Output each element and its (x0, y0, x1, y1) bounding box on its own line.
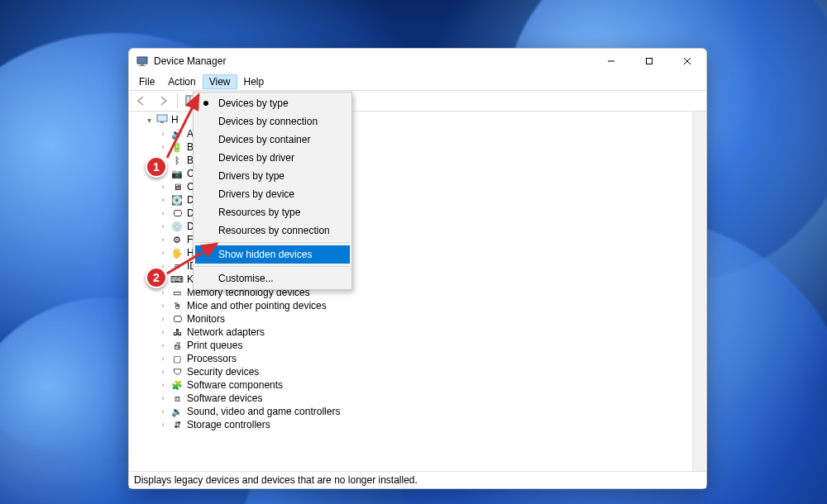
tree-node-label: Storage controllers (187, 419, 270, 430)
hid-icon: 🖐 (170, 246, 184, 259)
computer-icon: 🖥 (170, 180, 184, 193)
menu-action[interactable]: Action (161, 74, 202, 89)
minimize-button[interactable] (592, 49, 630, 74)
tree-root-label: H (171, 114, 179, 126)
printer-icon: 🖨 (170, 339, 184, 352)
menu-file[interactable]: File (132, 74, 161, 89)
tree-node[interactable]: ›🖧Network adapters (159, 326, 706, 339)
tree-node[interactable]: ›🧩Software components (159, 378, 706, 392)
chevron-right-icon: › (159, 209, 167, 217)
menu-item-label: Devices by type (218, 97, 289, 109)
menu-item[interactable]: Resources by type (195, 203, 350, 221)
chevron-right-icon: › (159, 354, 167, 363)
tree-node[interactable]: ›⧈Software devices (159, 392, 706, 405)
tree-node-label: Software devices (187, 392, 262, 404)
sound-icon: 🔉 (170, 405, 184, 418)
menu-item[interactable]: Devices by container (195, 131, 350, 149)
chevron-right-icon: › (159, 407, 167, 416)
chevron-right-icon: › (159, 368, 167, 376)
view-menu-dropdown: Devices by typeDevices by connectionDevi… (193, 92, 352, 290)
firmware-icon: ⚙ (170, 233, 184, 246)
menu-item[interactable]: Drivers by type (195, 167, 350, 185)
menu-item-label: Resources by type (218, 207, 300, 218)
menu-view[interactable]: View (203, 74, 237, 89)
toolbar-separator (177, 93, 178, 108)
mouse-icon: 🖱 (170, 299, 184, 312)
chevron-down-icon: ▾ (147, 116, 151, 125)
memory-icon: ▭ (170, 286, 184, 299)
maximize-button[interactable] (630, 49, 668, 74)
menubar: File Action View Help (129, 74, 706, 90)
chevron-right-icon: › (159, 288, 167, 297)
menu-item-label: Resources by connection (218, 225, 330, 236)
chevron-right-icon: › (159, 315, 167, 323)
app-icon (136, 55, 149, 68)
computer-icon (156, 113, 168, 127)
menu-item[interactable]: Devices by driver (195, 149, 350, 167)
software-dev-icon: ⧈ (170, 392, 184, 405)
network-icon: 🖧 (170, 326, 184, 339)
status-text: Displays legacy devices and devices that… (134, 474, 418, 486)
forward-button[interactable] (154, 92, 172, 110)
chevron-right-icon: › (159, 421, 167, 429)
tree-node[interactable]: ›🛡Security devices (159, 365, 706, 378)
vertical-scrollbar[interactable] (692, 112, 705, 471)
svg-rect-10 (160, 121, 164, 123)
tree-node[interactable]: ›🖱Mice and other pointing devices (159, 299, 706, 312)
chevron-right-icon: › (159, 394, 167, 402)
chevron-right-icon: › (159, 183, 167, 191)
bluetooth-icon: ᛒ (170, 154, 184, 167)
tree-node-label: Processors (187, 353, 237, 364)
menu-item[interactable]: Devices by connection (195, 112, 350, 131)
menu-item-label: Devices by container (218, 134, 310, 145)
tree-node[interactable]: ›🔉Sound, video and game controllers (159, 405, 706, 418)
menu-help[interactable]: Help (237, 74, 271, 89)
chevron-right-icon: › (159, 130, 167, 138)
step-callout-1: 1 (146, 156, 167, 178)
titlebar[interactable]: Device Manager (129, 49, 706, 74)
chevron-right-icon: › (159, 302, 167, 310)
step-callout-2: 2 (146, 267, 167, 288)
device-manager-window: Device Manager File Action View Help (128, 48, 707, 489)
svg-rect-8 (186, 96, 190, 106)
tree-node[interactable]: ›⇵Storage controllers (159, 418, 706, 431)
menu-item[interactable]: Drivers by device (195, 185, 350, 203)
tree-node-label: Print queues (187, 340, 242, 351)
close-button[interactable] (668, 49, 706, 74)
keyboard-icon: ⌨ (170, 273, 184, 286)
tree-node-label: Software components (187, 379, 283, 391)
tree-node[interactable]: ›🖵Monitors (159, 312, 706, 326)
storage-icon: ⇵ (170, 418, 184, 431)
ide-icon: ≡ (170, 259, 184, 273)
menu-divider (196, 242, 349, 243)
tree-node[interactable]: ›▢Processors (159, 352, 706, 365)
security-icon: 🛡 (170, 365, 184, 378)
camera-icon: 📷 (170, 167, 184, 180)
menu-customise[interactable]: Customise... (195, 269, 350, 288)
audio-icon: 🔊 (170, 127, 184, 140)
menu-show-hidden-devices[interactable]: Show hidden devices (195, 245, 350, 264)
svg-rect-2 (139, 65, 146, 66)
menu-item-label: Devices by connection (218, 116, 318, 127)
tree-node[interactable]: ›🖨Print queues (159, 339, 706, 352)
menu-item-label: Drivers by type (218, 170, 284, 182)
menu-item[interactable]: Devices by type (195, 94, 350, 112)
menu-item-label: Show hidden devices (218, 249, 312, 260)
chevron-right-icon: › (159, 222, 167, 231)
menu-item[interactable]: Resources by connection (195, 221, 350, 240)
tree-node-label: Mice and other pointing devices (187, 300, 327, 311)
software-comp-icon: 🧩 (170, 378, 184, 392)
disk-icon: 💽 (170, 193, 184, 207)
tree-node-label: Network adapters (187, 326, 265, 338)
window-title: Device Manager (154, 55, 226, 67)
battery-icon: 🔋 (170, 140, 184, 154)
menu-item-label: Customise... (218, 273, 274, 284)
chevron-right-icon: › (159, 328, 167, 336)
back-button[interactable] (132, 92, 151, 110)
svg-rect-0 (137, 57, 147, 64)
chevron-right-icon: › (159, 143, 167, 151)
tree-node-label: Sound, video and game controllers (187, 406, 340, 417)
monitor-icon: 🖵 (170, 312, 184, 326)
chevron-right-icon: › (159, 235, 167, 244)
menu-divider (196, 266, 349, 267)
